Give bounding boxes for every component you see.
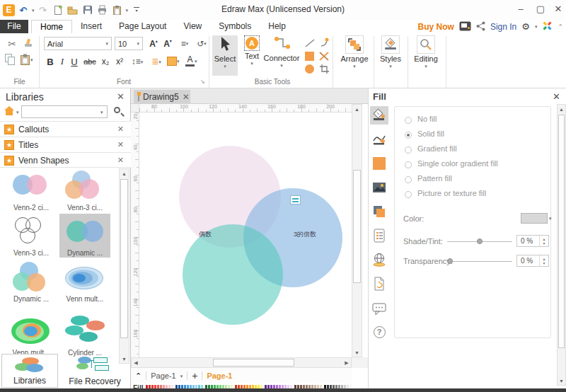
share-icon[interactable] (476, 21, 485, 33)
scroll-right-icon[interactable]: ▶ (342, 358, 351, 367)
page-dropdown[interactable]: Page-1 (151, 371, 175, 380)
fill-option-solid-fill[interactable]: Solid fill (395, 127, 550, 142)
help-icon[interactable]: ? (370, 323, 388, 341)
canvas-vertical-scrollbar[interactable]: ▲ ▼ (352, 104, 362, 357)
paste-dropdown-caret[interactable]: ▾ (126, 8, 129, 13)
venn-diagram[interactable] (139, 113, 352, 357)
menu-tab-file[interactable]: File (0, 20, 28, 33)
customize-quick-access-icon[interactable]: ▾ (130, 4, 143, 16)
rotate-text-button[interactable]: ↺▾ (194, 37, 209, 50)
open-folder-icon[interactable] (67, 4, 79, 16)
line-style-icon[interactable] (370, 130, 388, 149)
paste-icon[interactable] (111, 4, 124, 16)
shrink-font-button[interactable]: A▾ (161, 37, 174, 50)
shade-tint-spinner[interactable]: 0 % ▲▼ (516, 235, 549, 247)
library-section-venn-shapes[interactable]: ★Venn Shapes✕ (0, 152, 131, 168)
grow-font-button[interactable]: A▴ (147, 37, 160, 50)
font-size-select[interactable]: 10▾ (115, 37, 143, 50)
add-page-button[interactable]: + (192, 370, 197, 381)
page-dropdown-caret[interactable]: ▾ (180, 374, 183, 379)
scroll-down-icon[interactable]: ▼ (558, 376, 565, 385)
scrollbar-thumb[interactable] (558, 115, 565, 348)
libraries-close-icon[interactable]: ✕ (117, 91, 125, 102)
buy-now-link[interactable]: Buy Now (418, 22, 454, 32)
transparency-slider[interactable] (447, 261, 512, 262)
scrollbar-thumb[interactable] (120, 179, 128, 338)
italic-button[interactable]: I (58, 56, 67, 67)
edraw-logo-icon[interactable]: E (3, 4, 15, 16)
shape-item-venn-multilayer[interactable]: Venn mult... (59, 260, 110, 304)
scrollbar-thumb[interactable] (353, 170, 361, 283)
color-dropdown-caret[interactable]: ▾ (549, 216, 552, 221)
venn-label-right[interactable]: 3的倍数 (294, 230, 316, 239)
print-icon[interactable] (96, 4, 109, 16)
format-painter-icon[interactable] (23, 38, 34, 50)
picture-icon[interactable] (370, 178, 388, 197)
spinner-arrows-icon[interactable]: ▲▼ (539, 255, 548, 266)
shape-item-venn-3-outline[interactable]: Venn-3 ci... (6, 214, 57, 258)
line-spacing-button[interactable]: ↕≡▾ (129, 56, 146, 67)
library-section-titles[interactable]: ★Titles✕ (0, 137, 131, 152)
shade-tint-slider-handle[interactable] (477, 238, 483, 244)
search-input[interactable] (21, 105, 108, 118)
line-tool-icon[interactable] (304, 38, 316, 50)
menu-tab-view[interactable]: View (175, 20, 210, 33)
rectangle-tool-icon[interactable] (305, 52, 314, 61)
subscript-button[interactable]: x₂ (99, 56, 112, 67)
scroll-down-icon[interactable]: ▼ (352, 348, 362, 357)
paste-special-icon[interactable]: ▾ (20, 53, 33, 66)
cut-icon[interactable]: ✂ (6, 38, 18, 50)
sign-in-link[interactable]: Sign In (490, 22, 516, 32)
search-icon[interactable] (114, 107, 120, 113)
comment-icon[interactable] (370, 300, 388, 318)
pinwheel-icon[interactable] (542, 21, 553, 33)
maximize-button[interactable]: ▢ (531, 0, 550, 17)
scroll-up-icon[interactable]: ▲ (352, 105, 362, 113)
crop-tool-icon[interactable] (319, 64, 330, 76)
venn-label-left[interactable]: 偶数 (199, 230, 212, 239)
scroll-up-icon[interactable]: ▲ (120, 169, 129, 178)
home-icon[interactable] (4, 106, 15, 116)
redo-icon[interactable]: ↷ (37, 4, 50, 16)
library-section-callouts[interactable]: ★Callouts✕ (0, 121, 131, 137)
bold-button[interactable]: B (45, 56, 55, 67)
collapse-ribbon-icon[interactable]: ⌃ (558, 23, 563, 30)
shape-item-venn-multilayer-green[interactable]: Venn mult... (6, 313, 57, 357)
close-document-icon[interactable]: ✕ (183, 92, 190, 102)
fill-option-gradient-fill[interactable]: Gradient fill (395, 142, 550, 157)
fill-panel-scrollbar[interactable]: ▲ ▼ (557, 104, 566, 386)
undo-icon[interactable]: ↶ (17, 4, 30, 16)
arrange-button[interactable]: Arrange▾ (337, 35, 372, 76)
shape-item-dynamic-venn-3[interactable]: Dynamic ... (6, 260, 57, 304)
ellipse-tool-icon[interactable] (305, 64, 314, 74)
shape-item-venn-2[interactable]: Venn-2 ci... (6, 168, 57, 212)
font-color-button[interactable]: A▾ (185, 55, 197, 67)
page-tab-active[interactable]: Page-1 (207, 371, 232, 380)
settings-gear-icon[interactable]: ⚙ (521, 21, 530, 32)
shape-action-button[interactable] (290, 195, 301, 204)
underline-button[interactable]: U (69, 56, 79, 67)
bullets-button[interactable]: ≣▾ (149, 56, 164, 67)
align-text-button[interactable]: ≡▾ (177, 37, 192, 50)
panel-tab-file-recovery[interactable]: File Recovery (61, 354, 129, 388)
fill-option-no-fill[interactable]: No fill (395, 113, 550, 127)
font-dialog-launcher-icon[interactable]: ↘ (200, 79, 205, 85)
menu-tab-page-layout[interactable]: Page Layout (110, 20, 175, 33)
font-family-select[interactable]: Arial▾ (44, 37, 112, 50)
fill-tool-icon[interactable] (370, 106, 388, 125)
shape-item-cylinder[interactable]: Cylinder ... (59, 313, 110, 357)
arc-tool-icon[interactable] (318, 37, 330, 50)
connector-tool-button[interactable]: Connector▾ (263, 35, 300, 76)
canvas-horizontal-scrollbar[interactable]: ◀ ▶ (131, 357, 352, 368)
shape-item-dynamic-venn[interactable]: Dynamic ... (59, 214, 110, 258)
text-tool-button[interactable]: A Text▾ (239, 35, 265, 76)
menu-tab-symbols[interactable]: Symbols (210, 20, 260, 33)
freeform-tool-icon[interactable] (318, 51, 330, 63)
transparency-spinner[interactable]: 0 % ▲▼ (516, 255, 549, 267)
collapse-pages-icon[interactable]: ⌃ (135, 371, 142, 381)
new-document-icon[interactable] (52, 4, 64, 16)
fill-option-pattern-fill[interactable]: Pattern fill (395, 172, 550, 187)
shadow-icon[interactable] (370, 202, 388, 221)
close-icon[interactable]: ✕ (117, 125, 124, 134)
document-tab-drawing5[interactable]: Drawing5 ✕ (134, 90, 190, 104)
